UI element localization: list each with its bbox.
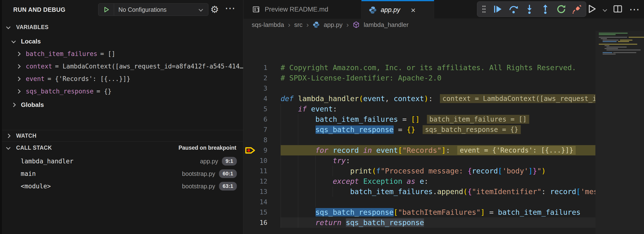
minimap-line xyxy=(628,37,644,38)
debug-config-dropdown[interactable]: No Configurations xyxy=(98,3,208,16)
code-text: print(f"Processed message: {record['body… xyxy=(280,166,546,176)
debug-inline-value: context = LambdaContext([aws_request_id=… xyxy=(440,94,596,103)
more-actions-icon[interactable]: ⋯ xyxy=(629,3,640,16)
stack-frame-row[interactable]: main bootstrap.py 60:1 xyxy=(0,167,243,180)
line-number: 5 xyxy=(244,105,267,113)
variable-row[interactable]: context = LambdaContext([aws_request_id=… xyxy=(0,60,243,73)
variable-row[interactable]: event = {'Records': [{...}]} xyxy=(0,73,243,85)
line-number: 2 xyxy=(244,74,267,82)
run-options-chevron-icon[interactable] xyxy=(602,7,607,11)
close-icon[interactable]: × xyxy=(411,6,416,14)
line-number: 11 xyxy=(244,167,267,175)
paused-status-badge: Paused on breakpoint xyxy=(178,145,236,151)
variable-row[interactable]: batch_item_failures = [] xyxy=(0,48,243,60)
minimap-line xyxy=(601,38,607,39)
code-line[interactable]: 3 xyxy=(244,83,596,94)
line-number: 6 xyxy=(244,116,267,123)
code-line[interactable]: 8 xyxy=(244,135,596,145)
disconnect-button[interactable] xyxy=(572,4,582,14)
chevron-right-icon xyxy=(16,89,20,94)
code-text: try: xyxy=(280,155,350,166)
breadcrumb-item[interactable]: lambda_handler xyxy=(364,21,408,29)
markdown-preview-icon xyxy=(252,5,260,13)
chevron-separator: › xyxy=(346,21,349,29)
code-line[interactable]: 5 if event: xyxy=(244,104,596,114)
line-number: 8 xyxy=(244,136,267,144)
code-line[interactable]: 4def lambda_handler(event, context):cont… xyxy=(244,94,596,104)
step-over-button[interactable] xyxy=(508,4,518,14)
call-stack-section-header[interactable]: CALL STACK Paused on breakpoint xyxy=(0,141,243,154)
code-text: # Copyright Amazon.com, Inc. or its affi… xyxy=(280,62,576,73)
code-line[interactable]: 14 xyxy=(244,197,596,207)
debug-inline-value: sqs_batch_response = {} xyxy=(422,125,521,134)
split-editor-button[interactable] xyxy=(613,4,623,15)
code-line[interactable]: 12 except Exception as e: xyxy=(244,176,596,186)
code-line-cursor[interactable]: 16 return sqs_batch_response xyxy=(244,218,596,228)
line-number: 4 xyxy=(244,95,267,102)
chevron-separator: › xyxy=(288,21,290,29)
minimap-line xyxy=(602,40,618,41)
frame-name: main xyxy=(21,170,36,177)
code-text: batch_item_failures.append({"itemIdentif… xyxy=(280,186,596,197)
code-line[interactable]: 7 sqs_batch_response = {}sqs_batch_respo… xyxy=(244,124,596,135)
code-line[interactable]: 1# Copyright Amazon.com, Inc. or its aff… xyxy=(244,62,596,73)
code-text: batch_item_failures = [] xyxy=(280,114,420,124)
gear-icon[interactable]: ⚙ xyxy=(210,3,219,15)
python-icon xyxy=(369,6,377,14)
minimap[interactable] xyxy=(596,31,644,234)
call-stack-title: CALL STACK xyxy=(16,145,52,151)
step-into-button[interactable] xyxy=(524,4,534,14)
stack-frame-row[interactable]: lambda_handler app.py 9:1 xyxy=(0,155,243,167)
code-line[interactable]: 6 batch_item_failures = []batch_item_fai… xyxy=(244,114,596,124)
minimap-line xyxy=(602,41,616,42)
line-number: 3 xyxy=(244,85,267,92)
current-statement-breakpoint-icon[interactable] xyxy=(245,146,256,154)
minimap-line xyxy=(599,33,628,34)
minimap-line xyxy=(599,34,616,35)
tab-app-py[interactable]: app.py × xyxy=(362,0,434,19)
run-and-debug-panel: RUN AND DEBUG No Configurations ⚙ ⋯ VARI… xyxy=(0,0,243,234)
drag-handle-icon[interactable] xyxy=(481,4,487,14)
line-number: 1 xyxy=(244,64,267,71)
code-line[interactable]: 13 batch_item_failures.append({"itemIden… xyxy=(244,186,596,197)
start-debugging-icon[interactable] xyxy=(103,6,110,13)
panel-title: RUN AND DEBUG xyxy=(13,6,66,13)
line-number: 13 xyxy=(244,188,267,195)
variable-row[interactable]: sqs_batch_response = {} xyxy=(0,85,243,98)
continue-button[interactable] xyxy=(493,4,503,14)
variables-section-header[interactable]: VARIABLES xyxy=(0,23,243,32)
debug-config-label: No Configurations xyxy=(118,6,166,13)
globals-scope-row[interactable]: Globals xyxy=(0,99,243,111)
stack-frame-row[interactable]: <module> bootstrap.py 63:1 xyxy=(0,180,243,192)
code-line[interactable]: 11 print(f"Processed message: {record['b… xyxy=(244,166,596,176)
line-number: 15 xyxy=(244,209,267,216)
chevron-separator: › xyxy=(306,21,309,29)
minimap-line xyxy=(613,52,636,53)
step-out-button[interactable] xyxy=(540,4,550,14)
minimap-line xyxy=(606,47,627,48)
chevron-right-icon xyxy=(11,103,16,107)
variable-name: event xyxy=(26,75,44,82)
breadcrumb-item[interactable]: app.py xyxy=(324,21,342,29)
code-line[interactable]: 10 try: xyxy=(244,155,596,166)
locals-scope-row[interactable]: Locals xyxy=(0,35,243,48)
code-text: if event: xyxy=(280,104,337,114)
tab-preview-readme[interactable]: Preview README.md xyxy=(244,0,362,19)
dropdown-divider xyxy=(114,3,114,16)
line-number: 7 xyxy=(244,126,267,133)
more-actions-icon[interactable]: ⋯ xyxy=(225,2,235,14)
run-python-file-button[interactable] xyxy=(586,3,597,15)
breadcrumb: sqs-lambda › src › app.py › lambda_handl… xyxy=(252,19,409,31)
code-editor[interactable]: 1# Copyright Amazon.com, Inc. or its aff… xyxy=(244,31,596,234)
code-line-current[interactable]: 9 for record in event["Records"]:event =… xyxy=(244,145,596,155)
breadcrumb-item[interactable]: src xyxy=(294,21,302,29)
restart-button[interactable] xyxy=(556,4,566,14)
scope-label: Globals xyxy=(21,101,44,109)
minimap-line xyxy=(599,44,637,45)
watch-section-header[interactable]: WATCH xyxy=(0,130,243,141)
code-line[interactable]: 15 sqs_batch_response["batchItemFailures… xyxy=(244,207,596,218)
breadcrumb-item[interactable]: sqs-lambda xyxy=(252,21,284,29)
code-line[interactable]: 2# SPDX-License-Identifier: Apache-2.0 xyxy=(244,73,596,83)
chevron-down-icon xyxy=(6,145,10,150)
watch-title: WATCH xyxy=(16,133,36,139)
